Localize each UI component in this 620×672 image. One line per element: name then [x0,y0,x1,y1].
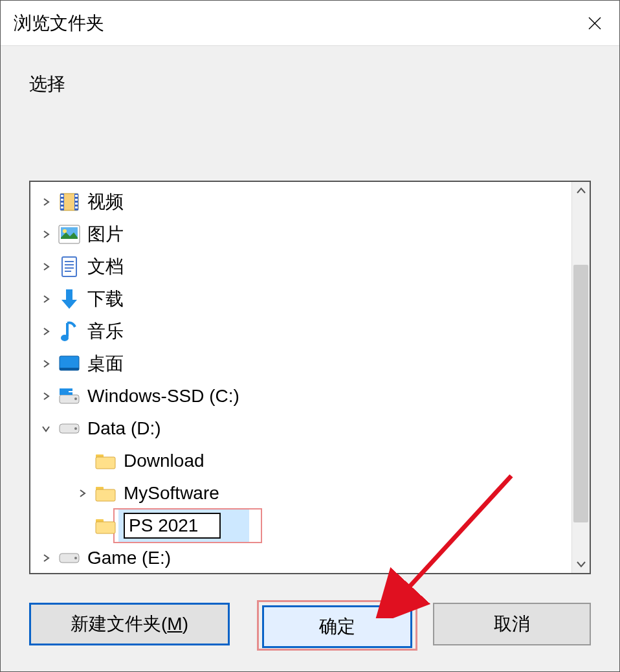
tree-item-music[interactable]: 音乐 [30,315,571,348]
title-bar: 浏览文件夹 [1,1,619,46]
new-folder-button[interactable]: 新建文件夹(M) [29,603,230,645]
svg-rect-26 [60,388,69,395]
cancel-label: 取消 [494,614,530,634]
tree-item-label: 桌面 [87,352,124,376]
svg-rect-36 [96,522,115,533]
scroll-track[interactable] [572,200,590,555]
desktop-icon [58,352,81,375]
chevron-right-icon[interactable] [72,483,93,504]
tree-item-label: Windows-SSD (C:) [87,386,239,407]
tree-item-d-mysoft[interactable]: MySoftware [30,477,571,510]
new-folder-mnemonic: M [167,614,182,634]
svg-rect-9 [75,195,78,197]
svg-rect-34 [96,489,115,501]
chevron-right-icon[interactable] [36,192,56,212]
window-title: 浏览文件夹 [14,11,104,36]
chevron-right-icon[interactable] [36,289,56,309]
tree-item-label: Data (D:) [87,418,161,439]
tree-item-label: 文档 [87,254,124,279]
scroll-up-button[interactable] [572,182,590,200]
instruction-text: 选择 [29,72,619,96]
tree-item-videos[interactable]: 视频 [30,186,571,218]
svg-rect-12 [75,207,78,208]
svg-rect-5 [61,195,63,197]
svg-rect-28 [69,392,72,395]
chevron-right-icon[interactable] [36,386,56,407]
dialog-buttons: 新建文件夹(M) 确定 取消 [29,603,591,648]
drive-icon [58,546,81,570]
svg-rect-7 [61,203,63,205]
picture-icon [58,223,81,246]
tree-item-label: 图片 [87,222,124,247]
tree-item-drive-c[interactable]: Windows-SSD (C:) [30,380,571,412]
tree-item-label: MySoftware [124,483,219,504]
tree-item-label: Game (E:) [87,548,171,568]
tree-item-label: 视频 [87,190,124,214]
video-icon [58,190,81,214]
ok-button-wrap: 确定 [260,603,415,648]
chevron-up-icon [576,186,586,196]
chevron-right-icon[interactable] [36,548,56,568]
drive-c-icon [58,385,81,408]
folder-icon [94,482,117,505]
tree-item-pictures[interactable]: 图片 [30,218,571,251]
svg-rect-16 [62,257,76,276]
svg-point-21 [61,335,69,341]
tree-item-label: 音乐 [87,319,124,344]
scroll-down-button[interactable] [572,555,590,573]
folder-icon [94,449,117,473]
chevron-right-icon[interactable] [36,353,56,374]
folder-name-input[interactable] [124,513,221,539]
chevron-down-icon[interactable] [36,418,56,439]
svg-rect-27 [69,388,72,391]
svg-rect-8 [61,207,63,208]
close-button[interactable] [582,10,608,36]
new-folder-label-suffix: ) [183,614,188,634]
svg-point-38 [74,557,77,559]
svg-point-30 [74,427,77,430]
tree-item-drive-e[interactable]: Game (E:) [30,542,571,573]
tree-item-drive-d[interactable]: Data (D:) [30,412,571,445]
svg-point-25 [74,398,77,400]
music-icon [58,320,81,343]
tree-item-downloads[interactable]: 下载 [30,283,571,315]
chevron-right-icon[interactable] [36,321,56,342]
instruction-area: 选择 [1,46,619,96]
ok-label: 确定 [319,616,355,636]
svg-rect-11 [75,203,78,205]
tree-item-label: 下载 [87,287,124,311]
ok-button[interactable]: 确定 [262,605,412,648]
tree-item-label: Download [124,451,205,471]
scrollbar-vertical[interactable] [571,182,590,573]
new-folder-label-prefix: 新建文件夹( [71,614,167,634]
close-icon [587,16,603,31]
download-icon [58,287,81,311]
tree-item-d-ps2021[interactable] [30,510,571,542]
drive-icon [58,417,81,440]
tree-item-d-download[interactable]: Download [30,445,571,477]
doc-icon [58,255,81,278]
svg-rect-10 [75,199,78,201]
cancel-button[interactable]: 取消 [433,603,591,645]
scroll-thumb[interactable] [573,265,588,522]
browse-folder-dialog: 浏览文件夹 选择 视频图片文档下载音乐桌面Windows-SSD (C:)Dat… [0,0,620,672]
chevron-down-icon [576,559,586,569]
chevron-right-icon[interactable] [36,256,56,277]
svg-rect-32 [96,457,115,469]
tree-item-documents[interactable]: 文档 [30,251,571,283]
folder-tree[interactable]: 视频图片文档下载音乐桌面Windows-SSD (C:)Data (D:)Dow… [29,181,591,574]
chevron-right-icon[interactable] [36,224,56,245]
tree-item-desktop[interactable]: 桌面 [30,348,571,380]
folder-icon [94,514,117,537]
svg-rect-6 [61,199,63,201]
svg-rect-23 [60,368,79,370]
